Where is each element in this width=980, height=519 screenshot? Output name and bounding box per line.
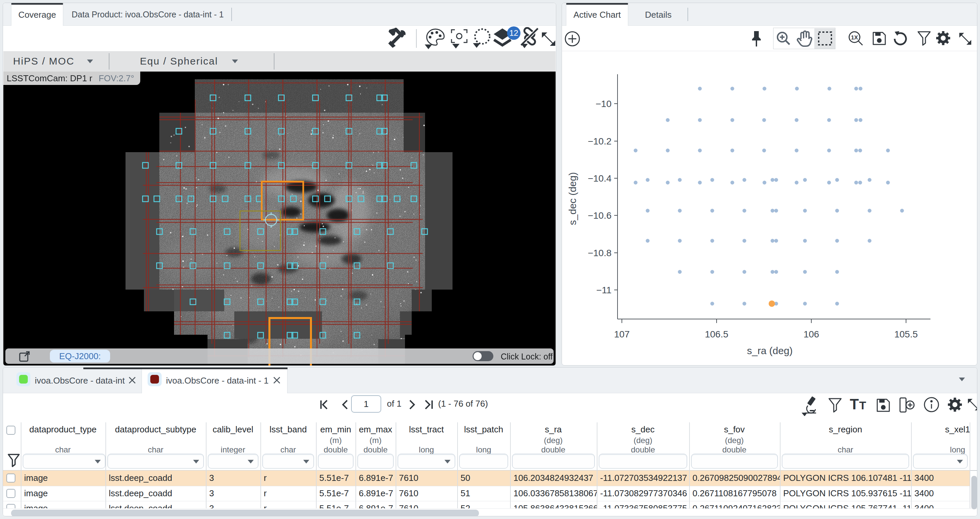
svg-text:−11: −11 [597, 285, 611, 295]
svg-text:−10.6: −10.6 [588, 210, 611, 221]
svg-text:107: 107 [614, 329, 630, 340]
svg-text:105.5: 105.5 [894, 329, 918, 340]
svg-text:T: T [859, 399, 866, 412]
svg-text:−10: −10 [596, 98, 612, 109]
svg-text:s_ra (deg): s_ra (deg) [747, 345, 793, 356]
svg-text:−10.2: −10.2 [588, 136, 611, 146]
svg-text:−10.4: −10.4 [588, 173, 611, 184]
svg-text:106.5: 106.5 [705, 329, 728, 340]
svg-text:106: 106 [803, 329, 819, 340]
svg-text:s_dec (deg): s_dec (deg) [567, 172, 578, 225]
svg-text:−10.8: −10.8 [588, 248, 611, 258]
svg-text:T: T [850, 397, 859, 412]
svg-text:1X: 1X [851, 35, 858, 41]
